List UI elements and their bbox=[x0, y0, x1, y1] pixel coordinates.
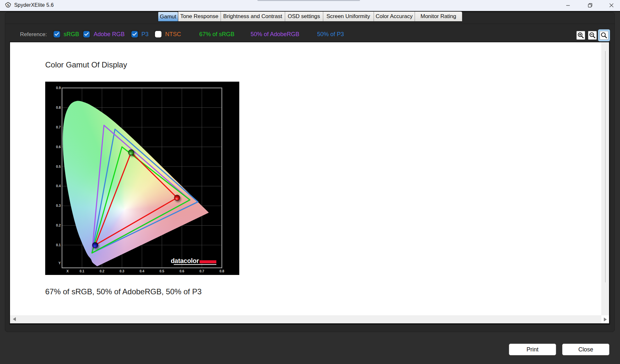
gamut-chart: 0.10.20.30.40.50.60.70.80.10.20.30.40.50… bbox=[45, 82, 239, 275]
datacolor-logo-bar bbox=[200, 260, 216, 264]
checkbox-ntsc[interactable] bbox=[155, 31, 161, 37]
document-view: Color Gamut Of Display 0.10.20.30.40.50.… bbox=[10, 42, 601, 315]
zoom-in-button[interactable] bbox=[576, 31, 585, 40]
checkbox-adobe-rgb[interactable] bbox=[83, 31, 90, 37]
checkbox-srgb[interactable] bbox=[54, 31, 60, 37]
chart-title: Color Gamut Of Display bbox=[45, 60, 127, 69]
gamut-result-0: 67% of sRGB bbox=[199, 31, 234, 38]
zoom-fit-button[interactable] bbox=[600, 31, 608, 40]
print-button[interactable]: Print bbox=[509, 344, 556, 355]
vertical-scrollbar-thumb[interactable] bbox=[605, 51, 605, 282]
scroll-left-arrow-icon[interactable] bbox=[13, 317, 16, 321]
primary-marker-0 bbox=[174, 195, 180, 201]
reference-name-srgb: sRGB bbox=[64, 31, 79, 38]
zoom-out-icon bbox=[589, 32, 596, 39]
primary-marker-1 bbox=[128, 149, 134, 155]
chart-caption: 67% of sRGB, 50% of AdobeRGB, 50% of P3 bbox=[45, 287, 202, 296]
chart-gamuts: datacolor bbox=[45, 82, 239, 275]
checkbox-p3[interactable] bbox=[131, 31, 138, 37]
vertical-scrollbar[interactable] bbox=[601, 42, 609, 315]
reference-name-adobe-rgb: Adobe RGB bbox=[94, 31, 125, 38]
gamut-result-1: 50% of AdobeRGB bbox=[251, 31, 299, 38]
primary-marker-2 bbox=[92, 242, 98, 248]
gamut-triangle-p3 bbox=[92, 129, 198, 253]
reference-name-ntsc: NTSC bbox=[165, 31, 181, 38]
zoom-out-button[interactable] bbox=[588, 31, 597, 40]
horizontal-scrollbar[interactable] bbox=[10, 315, 601, 323]
gamut-result-2: 50% of P3 bbox=[317, 31, 344, 38]
zoom-fit-icon bbox=[601, 32, 607, 39]
zoom-in-icon bbox=[577, 32, 584, 39]
content-frame: Color Gamut Of Display 0.10.20.30.40.50.… bbox=[9, 42, 610, 325]
close-dialog-button[interactable]: Close bbox=[562, 344, 609, 355]
scroll-right-button[interactable] bbox=[601, 315, 609, 323]
reference-label: Reference: bbox=[20, 31, 47, 38]
datacolor-logo-underline bbox=[174, 264, 216, 265]
reference-name-p3: P3 bbox=[141, 31, 149, 38]
reference-bar: Reference: sRGBAdobe RGBP3NTSC 67% of sR… bbox=[0, 0, 620, 42]
datacolor-logo-text: datacolor bbox=[171, 257, 199, 264]
scroll-right-arrow-icon bbox=[604, 318, 607, 321]
